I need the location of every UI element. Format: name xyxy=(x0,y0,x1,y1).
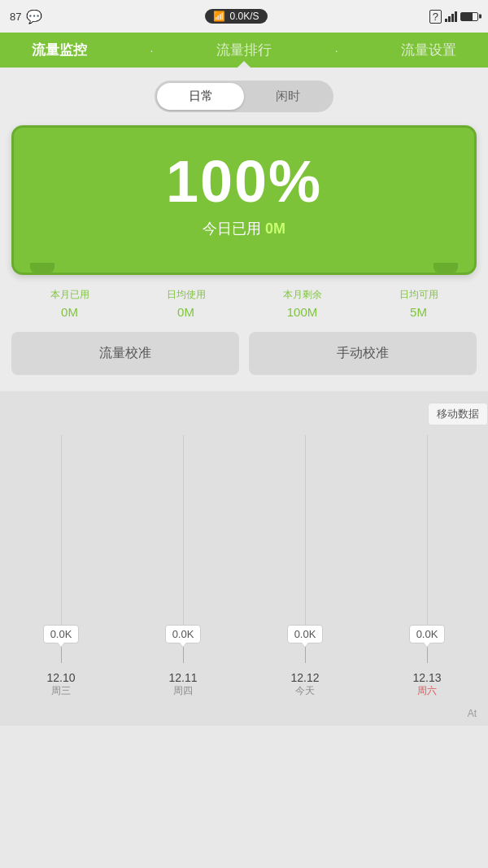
segment-daily[interactable]: 日常 xyxy=(157,83,244,110)
network-speed: 0.0K/S xyxy=(230,11,259,22)
stat-daily-available-value: 5M xyxy=(410,305,427,319)
wifi-icon: 📶 xyxy=(213,11,225,22)
status-bar: 87 💬 📶 0.0K/S ? xyxy=(0,0,488,33)
stat-monthly-used: 本月已用 0M xyxy=(50,288,89,319)
gauge-percentage: 100% xyxy=(30,152,458,211)
tab-ranking[interactable]: 流量排行 xyxy=(216,41,272,59)
bar-label-2: 0.0K xyxy=(287,625,324,643)
legend-mobile-data: 移动数据 xyxy=(428,403,488,425)
x-date-2: 12.12 xyxy=(244,671,366,684)
battery-percent: 87 xyxy=(10,11,21,23)
stat-monthly-used-value: 0M xyxy=(61,305,78,319)
bar-stem-3 xyxy=(427,647,428,663)
stat-daily-available-label: 日均可用 xyxy=(399,288,438,302)
segment-idle[interactable]: 闲时 xyxy=(244,83,331,110)
status-left: 87 💬 xyxy=(10,9,42,24)
bar-label-3: 0.0K xyxy=(409,625,446,643)
tab-monitor[interactable]: 流量监控 xyxy=(32,41,87,59)
x-date-0: 12.10 xyxy=(0,671,122,684)
x-label-1: 12.11 周四 xyxy=(122,671,244,698)
x-label-0: 12.10 周三 xyxy=(0,671,122,698)
chart-legend: 移动数据 xyxy=(428,403,488,425)
chart-area: 移动数据 0.0K 0.0K 0.0K 0.0K xyxy=(0,391,488,701)
x-day-1: 周四 xyxy=(122,684,244,698)
stats-row: 本月已用 0M 日均使用 0M 本月剩余 100M 日均可用 5M xyxy=(11,288,477,319)
gauge-card: 100% 今日已用 0M xyxy=(11,125,477,275)
status-center: 📶 0.0K/S xyxy=(205,9,268,24)
x-day-3: 周六 xyxy=(366,684,488,698)
stat-daily-available: 日均可用 5M xyxy=(399,288,438,319)
gauge-subtitle-prefix: 今日已用 xyxy=(203,220,261,237)
status-right: ? xyxy=(429,10,478,24)
tab-dot-2: · xyxy=(335,44,338,57)
gauge-card-inner: 100% 今日已用 0M xyxy=(14,128,474,263)
battery-icon xyxy=(460,12,478,21)
bar-stem-0 xyxy=(61,647,62,663)
bar-label-1: 0.0K xyxy=(165,625,202,643)
stat-daily-avg-value: 0M xyxy=(177,305,194,319)
x-date-1: 12.11 xyxy=(122,671,244,684)
stat-daily-avg: 日均使用 0M xyxy=(167,288,206,319)
segment-control: 日常 闲时 xyxy=(155,81,333,112)
stat-monthly-remaining-label: 本月剩余 xyxy=(283,288,322,302)
x-label-3: 12.13 周六 xyxy=(366,671,488,698)
bottom-text: At xyxy=(468,708,477,719)
chart-col-3: 0.0K xyxy=(366,625,488,663)
tab-dot-1: · xyxy=(150,44,153,57)
tab-bar: 流量监控 · 流量排行 · 流量设置 xyxy=(0,33,488,68)
chart-columns: 0.0K 0.0K 0.0K 0.0K xyxy=(0,435,488,663)
action-buttons: 流量校准 手动校准 xyxy=(11,332,477,375)
stat-monthly-remaining: 本月剩余 100M xyxy=(283,288,322,319)
x-date-3: 12.13 xyxy=(366,671,488,684)
question-icon: ? xyxy=(429,10,442,24)
tab-settings[interactable]: 流量设置 xyxy=(401,41,456,59)
gauge-subtitle: 今日已用 0M xyxy=(30,219,458,238)
bar-label-0: 0.0K xyxy=(43,625,80,643)
stat-monthly-used-label: 本月已用 xyxy=(50,288,89,302)
tab-indicator xyxy=(237,61,251,68)
chart-grid: 0.0K 0.0K 0.0K 0.0K xyxy=(0,435,488,663)
bar-stem-2 xyxy=(305,647,306,663)
wechat-icon: 💬 xyxy=(26,9,42,24)
x-label-2: 12.12 今天 xyxy=(244,671,366,698)
gauge-legs xyxy=(14,263,474,273)
x-day-2: 今天 xyxy=(244,684,366,698)
calibrate-button[interactable]: 流量校准 xyxy=(11,332,239,375)
chart-col-1: 0.0K xyxy=(122,625,244,663)
stat-monthly-remaining-value: 100M xyxy=(287,305,318,319)
x-day-0: 周三 xyxy=(0,684,122,698)
gauge-leg-left xyxy=(30,263,54,273)
main-content: 日常 闲时 100% 今日已用 0M 本月已用 0M 日均使用 0M 本月剩余 … xyxy=(0,68,488,391)
chart-col-0: 0.0K xyxy=(0,625,122,663)
bar-stem-1 xyxy=(183,647,184,663)
bottom-bar: At xyxy=(0,701,488,726)
manual-calibrate-button[interactable]: 手动校准 xyxy=(249,332,477,375)
gauge-subtitle-value: 0M xyxy=(265,220,285,237)
x-axis: 12.10 周三 12.11 周四 12.12 今天 12.13 周六 xyxy=(0,663,488,701)
chart-col-2: 0.0K xyxy=(244,625,366,663)
gauge-leg-right xyxy=(434,263,458,273)
signal-icon xyxy=(445,11,457,22)
stat-daily-avg-label: 日均使用 xyxy=(167,288,206,302)
